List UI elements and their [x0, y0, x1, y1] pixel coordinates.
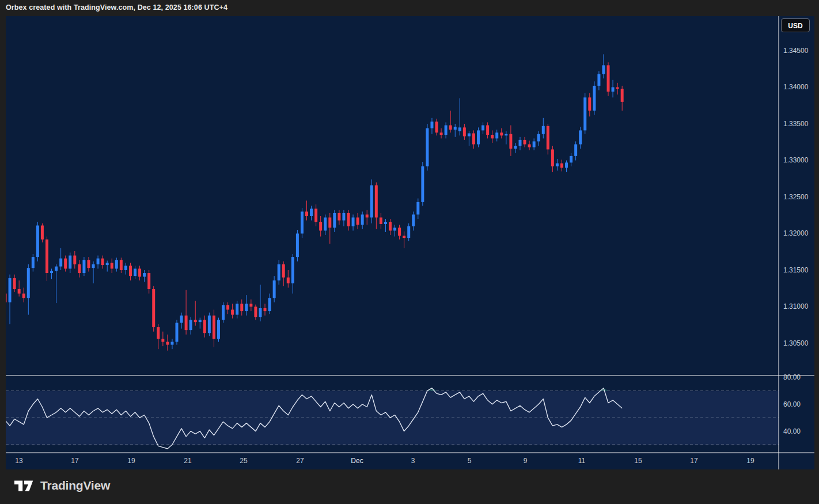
price-tick-label: 1.33500	[783, 119, 808, 128]
candle-body	[32, 257, 35, 268]
candle-body	[491, 135, 494, 138]
price-tick-label: 1.32000	[783, 229, 808, 238]
candle-body	[393, 228, 396, 230]
candle-body	[13, 278, 16, 289]
candle-body	[296, 233, 299, 257]
candle-body	[41, 226, 44, 240]
candle-body	[324, 218, 327, 231]
candle-body	[231, 310, 234, 315]
rsi-tick-label: 80.00	[783, 373, 801, 382]
candle-body	[583, 97, 586, 130]
candle-body	[440, 132, 443, 135]
tradingview-logo[interactable]: TradingView	[14, 478, 110, 494]
candle-body	[588, 97, 591, 111]
candle-body	[166, 342, 169, 344]
candle-body	[87, 260, 90, 268]
time-tick-label: 5	[457, 456, 482, 465]
candle-body	[9, 278, 12, 302]
candle-body	[426, 128, 429, 166]
candle-body	[273, 281, 276, 298]
candle-body	[333, 213, 336, 228]
candle-body	[222, 305, 225, 320]
candle-body	[319, 222, 322, 230]
currency-badge[interactable]: USD	[781, 18, 810, 32]
candle-body	[505, 134, 507, 136]
time-tick-label: 9	[513, 456, 538, 465]
candle-body	[249, 304, 252, 306]
candle-body	[301, 211, 304, 233]
candle-body	[189, 320, 192, 330]
candle-body	[495, 132, 498, 138]
candle-body	[477, 130, 480, 144]
candle-body	[380, 218, 382, 224]
candle-body	[134, 268, 136, 276]
candle-body	[203, 320, 206, 333]
candle-wick	[385, 219, 386, 232]
candle-body	[528, 145, 531, 147]
time-tick-label: 11	[569, 456, 594, 465]
chart-canvas[interactable]	[0, 0, 819, 504]
rsi-tick-label: 40.00	[783, 427, 801, 436]
candle-body	[389, 222, 392, 230]
candle-body	[607, 65, 610, 92]
candle-body	[22, 294, 25, 298]
candle-body	[199, 320, 202, 322]
brand-text: TradingView	[40, 479, 110, 492]
time-tick-label: Dec	[344, 456, 370, 465]
candle-body	[213, 316, 215, 339]
candle-body	[120, 260, 123, 270]
candle-body	[403, 236, 405, 238]
candle-body	[370, 185, 373, 218]
candle-body	[282, 264, 285, 278]
candle-body	[226, 305, 229, 310]
time-tick-label: 17	[62, 456, 88, 465]
candle-body	[616, 87, 619, 89]
price-tick-label: 1.31000	[783, 302, 808, 311]
candle-body	[551, 149, 554, 166]
candle-body	[208, 316, 211, 333]
price-tick-label: 1.34500	[783, 46, 808, 55]
candle-body	[416, 202, 419, 215]
candle-body	[468, 133, 471, 136]
candle-body	[18, 289, 21, 294]
candle-body	[50, 271, 53, 273]
candle-wick	[107, 260, 108, 271]
candle-body	[328, 218, 331, 228]
candle-body	[64, 259, 67, 269]
time-tick-label: 19	[738, 456, 763, 465]
candle-body	[82, 260, 85, 273]
time-tick-label: 27	[287, 456, 313, 465]
tradingview-logo-icon	[14, 478, 36, 494]
candle-body	[287, 278, 290, 283]
candle-body	[435, 122, 438, 132]
candle-body	[138, 268, 141, 276]
rsi-band	[6, 391, 779, 445]
candle-body	[259, 308, 261, 317]
candle-body	[347, 213, 350, 226]
candle-body	[384, 222, 387, 224]
price-tick-label: 1.32500	[783, 192, 808, 202]
candle-body	[46, 240, 48, 273]
candle-body	[115, 260, 118, 268]
candle-body	[593, 86, 596, 111]
footer-bar: TradingView	[0, 469, 819, 504]
candle-body	[143, 273, 146, 276]
candle-body	[514, 146, 517, 149]
candle-body	[314, 209, 317, 222]
candle-body	[268, 298, 271, 311]
candle-body	[570, 156, 572, 162]
candle-body	[106, 263, 109, 265]
candle-body	[342, 213, 345, 221]
candle-body	[101, 259, 104, 265]
candle-body	[157, 327, 160, 339]
candle-wick	[200, 318, 200, 329]
time-tick-label: 3	[400, 456, 426, 465]
candle-body	[602, 65, 605, 74]
candle-body	[597, 74, 600, 86]
time-tick-label: 15	[625, 456, 651, 465]
candle-body	[454, 127, 457, 130]
candle-body	[357, 218, 359, 225]
candle-wick	[404, 232, 404, 248]
candle-body	[240, 304, 243, 311]
candle-body	[305, 211, 308, 216]
